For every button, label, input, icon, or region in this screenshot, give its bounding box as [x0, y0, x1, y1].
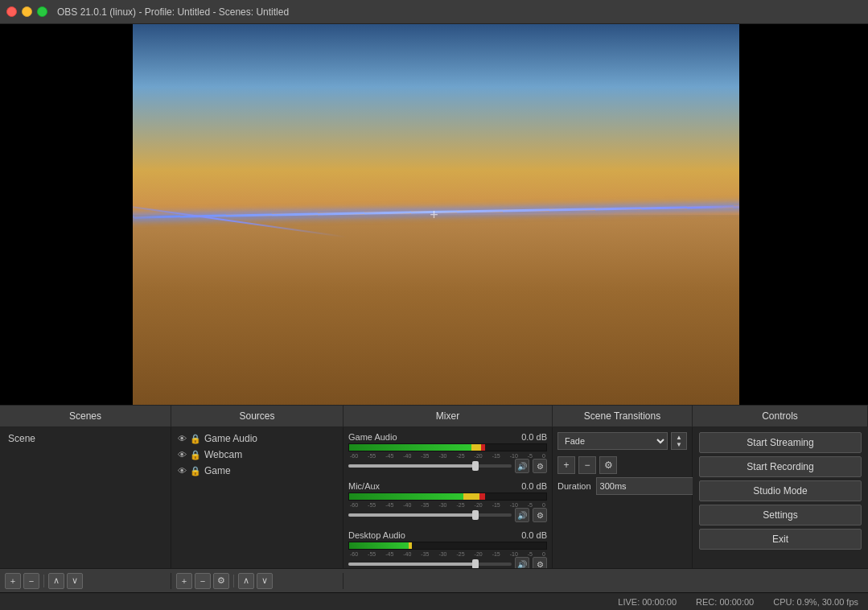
preview-border-left	[0, 24, 133, 405]
mute-button-3[interactable]: 🔊	[515, 557, 529, 568]
sources-add-button[interactable]: +	[176, 573, 192, 589]
window-title: OBS 21.0.1 (linux) - Profile: Untitled -…	[57, 6, 289, 18]
meter-yellow-1	[471, 444, 481, 451]
mixer-settings-2[interactable]: ⚙	[533, 508, 547, 522]
start-streaming-button[interactable]: Start Streaming	[699, 432, 862, 453]
start-recording-button[interactable]: Start Recording	[699, 456, 862, 477]
meter-green-1	[349, 444, 471, 451]
mixer-db-1: 0.0 dB	[521, 432, 547, 442]
controls-header: Controls	[693, 406, 868, 427]
sources-header: Sources	[171, 406, 343, 427]
cpu-status: CPU: 0.9%, 30.00 fps	[773, 597, 858, 607]
controls-panel: Start Streaming Start Recording Studio M…	[693, 427, 868, 568]
fader-track-1[interactable]	[348, 464, 512, 468]
exit-button[interactable]: Exit	[699, 529, 862, 550]
meter-red-1	[481, 444, 485, 451]
transitions-label: Scene Transitions	[584, 410, 660, 422]
fader-fill-3	[348, 563, 475, 566]
fader-row-3: 🔊 ⚙	[348, 557, 547, 568]
fader-track-2[interactable]	[348, 513, 512, 517]
mixer-channel-name-3: Desktop Audio	[348, 530, 405, 540]
scene-item[interactable]: Scene	[2, 431, 169, 447]
duration-row: Duration ▲ ▼	[557, 477, 687, 495]
fader-thumb-1[interactable]	[472, 461, 479, 471]
toolbar-sep-1	[43, 575, 44, 587]
transition-select[interactable]: Fade	[557, 432, 668, 450]
visibility-icon-3: 👁	[178, 466, 187, 476]
source-name-webcam: Webcam	[204, 449, 242, 460]
scenes-panel: Scene	[0, 427, 171, 568]
scenes-toolbar: + − ∧ ∨	[0, 573, 171, 589]
rec-status: REC: 00:00:00	[696, 597, 754, 607]
visibility-icon-2: 👁	[178, 450, 187, 460]
sources-remove-button[interactable]: −	[195, 573, 211, 589]
sources-panel: 👁 🔒 Game Audio 👁 🔒 Webcam 👁 🔒 Game	[171, 427, 343, 568]
titlebar: OBS 21.0.1 (linux) - Profile: Untitled -…	[0, 0, 868, 24]
meter-ticks-1: -60-55-45-40-35-30-25-20-15-10-50	[348, 453, 547, 459]
transition-select-row: Fade ▲ ▼	[557, 432, 687, 450]
source-item-game[interactable]: 👁 🔒 Game	[173, 463, 341, 479]
meter-yellow-2	[463, 493, 479, 500]
remove-transition-button[interactable]: −	[578, 456, 596, 474]
mixer-channel-mic-aux: Mic/Aux 0.0 dB -60-55-45-40-35-30-25-20-…	[347, 480, 549, 524]
scenes-header: Scenes	[0, 406, 171, 427]
scenes-move-down-button[interactable]: ∨	[67, 573, 83, 589]
mixer-channel-game-audio: Game Audio 0.0 dB -60-55-45-40-35-30-25-…	[347, 431, 549, 475]
mute-button-1[interactable]: 🔊	[515, 459, 529, 473]
scenes-label: Scenes	[69, 410, 101, 422]
source-item-game-audio[interactable]: 👁 🔒 Game Audio	[173, 431, 341, 447]
transition-settings-button[interactable]: ⚙	[599, 456, 617, 474]
transition-arrow[interactable]: ▲ ▼	[671, 432, 687, 450]
fader-row-1: 🔊 ⚙	[348, 459, 547, 473]
mixer-panel: Game Audio 0.0 dB -60-55-45-40-35-30-25-…	[343, 427, 553, 568]
crosshair: +	[430, 206, 438, 223]
transitions-panel: Fade ▲ ▼ + − ⚙ Duration ▲ ▼	[553, 427, 693, 568]
mixer-db-3: 0.0 dB	[521, 530, 547, 540]
bottom-panel: Scenes Sources Mixer Scene Transitions C…	[0, 405, 868, 610]
mixer-channel-name-2: Mic/Aux	[348, 481, 380, 491]
mute-button-2[interactable]: 🔊	[515, 508, 529, 522]
mixer-channel-name-1: Game Audio	[348, 432, 397, 442]
sources-toolbar: + − ⚙ ∧ ∨	[171, 573, 343, 589]
fader-thumb-2[interactable]	[472, 510, 479, 520]
meter-green-3	[349, 542, 409, 549]
meter-green-2	[349, 493, 463, 500]
add-transition-button[interactable]: +	[557, 456, 575, 474]
fader-thumb-3[interactable]	[472, 559, 479, 568]
scenes-add-button[interactable]: +	[5, 573, 21, 589]
mixer-label: Mixer	[436, 410, 459, 422]
sources-label: Sources	[239, 410, 274, 422]
scene-name: Scene	[8, 433, 35, 444]
toolbar-row: + − ∧ ∨ + − ⚙ ∧ ∨	[0, 568, 868, 592]
scenes-remove-button[interactable]: −	[23, 573, 39, 589]
transitions-header: Scene Transitions	[553, 406, 693, 427]
lock-icon-2: 🔒	[190, 450, 201, 460]
sources-move-up-button[interactable]: ∧	[238, 573, 254, 589]
mixer-settings-1[interactable]: ⚙	[533, 459, 547, 473]
mixer-settings-3[interactable]: ⚙	[533, 557, 547, 568]
meter-red-2	[479, 493, 485, 500]
fader-track-3[interactable]	[348, 563, 512, 566]
live-status: LIVE: 00:00:00	[618, 597, 677, 607]
scenes-move-up-button[interactable]: ∧	[48, 573, 64, 589]
settings-button[interactable]: Settings	[699, 505, 862, 526]
studio-mode-button[interactable]: Studio Mode	[699, 480, 862, 501]
mixer-header: Mixer	[343, 406, 553, 427]
maximize-button[interactable]	[37, 6, 47, 17]
fader-row-2: 🔊 ⚙	[348, 508, 547, 522]
sections-header: Scenes Sources Mixer Scene Transitions C…	[0, 405, 868, 427]
preview-area: +	[0, 24, 868, 405]
preview-border-right	[739, 24, 868, 405]
visibility-icon: 👁	[178, 434, 187, 443]
meter-3	[348, 542, 547, 550]
minimize-button[interactable]	[22, 6, 32, 17]
close-button[interactable]	[6, 6, 17, 17]
meter-2	[348, 493, 547, 501]
sources-settings-button[interactable]: ⚙	[213, 573, 229, 589]
meter-1	[348, 443, 547, 451]
source-item-webcam[interactable]: 👁 🔒 Webcam	[173, 447, 341, 463]
source-name-game: Game	[204, 465, 231, 476]
meter-ticks-3: -60-55-45-40-35-30-25-20-15-10-50	[348, 551, 547, 557]
meter-yellow-3	[409, 542, 413, 549]
sources-move-down-button[interactable]: ∨	[257, 573, 273, 589]
